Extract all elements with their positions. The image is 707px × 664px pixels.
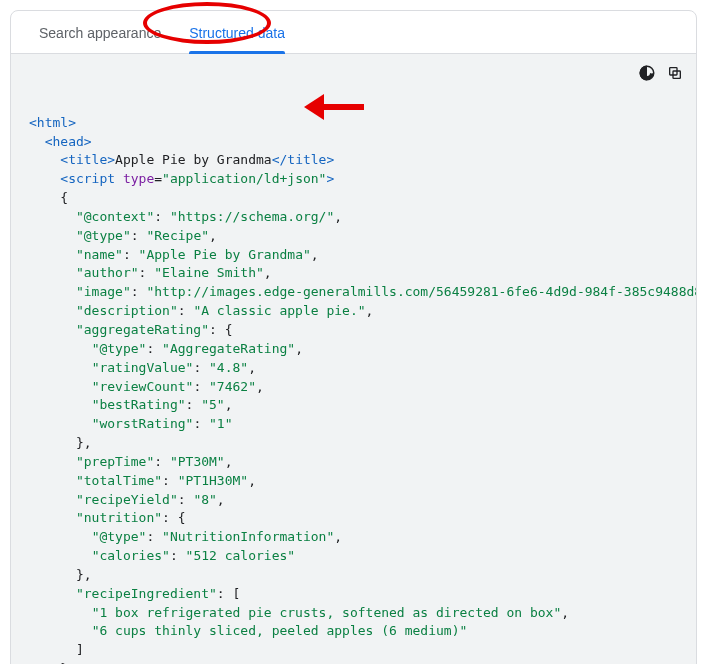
tab-search-appearance[interactable]: Search appearance <box>25 11 175 53</box>
code-content: <html> <head> <title>Apple Pie by Grandm… <box>29 115 696 664</box>
theme-toggle-icon[interactable] <box>636 62 658 84</box>
copy-icon[interactable] <box>664 62 686 84</box>
tab-bar: Search appearance Structured data <box>11 11 696 54</box>
tab-structured-data[interactable]: Structured data <box>175 11 299 53</box>
code-block: <html> <head> <title>Apple Pie by Grandm… <box>11 54 696 664</box>
panel: Search appearance Structured data <html>… <box>10 10 697 664</box>
code-actions <box>636 62 686 84</box>
